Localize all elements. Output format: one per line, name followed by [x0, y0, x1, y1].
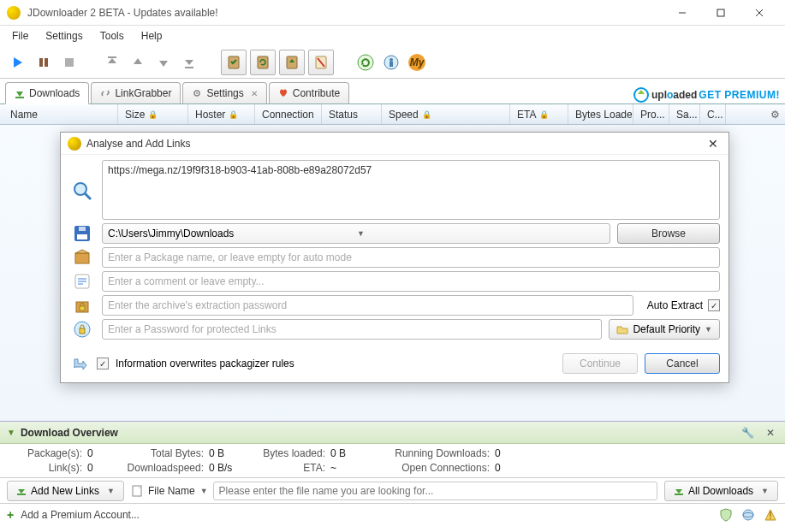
overview-close-icon[interactable]: ✕: [763, 427, 778, 439]
download-icon: [15, 88, 25, 98]
total-bytes-label: Total Bytes:: [115, 447, 209, 459]
link-password-input[interactable]: [102, 319, 602, 340]
tab-contribute[interactable]: Contribute: [269, 82, 349, 103]
col-status[interactable]: Status: [322, 104, 382, 124]
downloads-list-area: Analyse and Add Links ✕ https://mega.nz/…: [0, 125, 785, 421]
move-bottom-button[interactable]: [178, 51, 200, 74]
tab-linkgrabber[interactable]: LinkGrabber: [91, 82, 181, 103]
speed-limit-button[interactable]: [308, 50, 334, 75]
pause-button[interactable]: [33, 51, 55, 74]
stop-button[interactable]: [58, 51, 80, 74]
app-icon: [7, 6, 21, 20]
move-down-button[interactable]: [152, 51, 175, 74]
svg-marker-49: [18, 489, 25, 494]
link-lock-icon: [72, 319, 92, 340]
svg-line-34: [85, 193, 91, 199]
move-up-button[interactable]: [127, 51, 149, 74]
auto-extract-label: Auto Extract: [647, 299, 703, 311]
auto-reconnect-button[interactable]: [250, 50, 276, 75]
reconnect-button[interactable]: [380, 51, 402, 74]
status-warning-icon[interactable]: !: [763, 507, 778, 523]
all-downloads-button[interactable]: All Downloads▼: [664, 481, 778, 501]
overwrite-checkbox[interactable]: ✓: [97, 358, 109, 369]
status-shield-icon[interactable]: [718, 507, 734, 523]
auto-extract-checkbox[interactable]: ✓: [708, 299, 720, 311]
cancel-button[interactable]: Cancel: [645, 353, 720, 374]
svg-point-30: [196, 92, 198, 94]
col-eta[interactable]: ETA🔒: [510, 104, 568, 124]
menu-settings[interactable]: Settings: [37, 27, 91, 44]
columns-gear-icon[interactable]: ⚙: [764, 109, 785, 121]
links-textarea[interactable]: https://mega.nz/19f9f318-b903-41ab-808b-…: [102, 160, 720, 220]
svg-rect-38: [75, 253, 89, 263]
svg-marker-8: [108, 58, 116, 63]
priority-dropdown[interactable]: Default Priority▼: [609, 319, 720, 340]
comment-icon: [72, 271, 92, 292]
tab-strip: Downloads LinkGrabber Settings ✕ Contrib…: [0, 79, 785, 104]
svg-marker-48: [74, 359, 86, 369]
tab-settings[interactable]: Settings ✕: [182, 82, 266, 103]
overview-body: Package(s):0 Total Bytes:0 B Bytes loade…: [0, 444, 785, 477]
package-icon: [72, 247, 92, 268]
col-name[interactable]: Name: [3, 104, 118, 124]
play-button[interactable]: [7, 51, 29, 74]
minimize-button[interactable]: [663, 0, 701, 26]
menu-tools[interactable]: Tools: [92, 27, 133, 44]
myjd-button[interactable]: My: [406, 51, 428, 74]
uploaded-premium-ad[interactable]: uploaded GET PREMIUM!: [633, 86, 780, 103]
col-progress[interactable]: Pro...: [633, 104, 669, 124]
menu-file[interactable]: File: [3, 27, 37, 44]
dialog-close-button[interactable]: ✕: [705, 137, 722, 151]
packages-value: 0: [87, 447, 115, 459]
svg-rect-45: [80, 306, 85, 310]
col-speed[interactable]: Speed🔒: [382, 104, 510, 124]
menu-help[interactable]: Help: [133, 27, 171, 44]
col-connection[interactable]: Connection: [255, 104, 322, 124]
auto-update-button[interactable]: [279, 50, 305, 75]
maximize-button[interactable]: [701, 0, 740, 26]
col-c[interactable]: C...: [700, 104, 726, 124]
col-sa[interactable]: Sa...: [669, 104, 700, 124]
overview-title: Download Overview: [21, 427, 118, 439]
downloadspeed-value: 0 B/s: [209, 462, 245, 474]
bytes-loaded-label: Bytes loaded:: [245, 447, 330, 459]
status-globe-icon[interactable]: [740, 507, 756, 523]
add-premium-link[interactable]: Add a Premium Account...: [21, 509, 140, 521]
chevron-down-icon[interactable]: ▼: [200, 487, 208, 495]
info-arrow-icon: [69, 353, 90, 374]
tab-label: Contribute: [293, 87, 340, 99]
continue-button[interactable]: Continue: [562, 353, 638, 374]
col-hoster[interactable]: Hoster🔒: [188, 104, 255, 124]
overview-header[interactable]: ▼ Download Overview 🔧 ✕: [0, 422, 785, 444]
packages-label: Package(s):: [10, 447, 87, 459]
browse-button[interactable]: Browse: [617, 223, 720, 244]
svg-marker-12: [185, 60, 193, 65]
svg-marker-4: [14, 57, 22, 68]
eta-value: ~: [330, 462, 366, 474]
svg-point-20: [358, 55, 373, 70]
window-title: JDownloader 2 BETA - Updates available!: [27, 7, 663, 19]
clipboard-monitor-button[interactable]: [221, 50, 247, 75]
svg-rect-13: [185, 67, 193, 68]
comment-input[interactable]: [102, 271, 720, 292]
move-top-button[interactable]: [101, 51, 123, 74]
tab-label: Downloads: [29, 87, 80, 99]
col-bytes-loaded[interactable]: Bytes Loaded: [568, 104, 633, 124]
download-icon: [16, 486, 27, 496]
archive-password-input[interactable]: [102, 295, 633, 316]
uploaded-brand: uploaded: [651, 89, 697, 101]
filename-search-input[interactable]: [213, 482, 657, 500]
overview-settings-icon[interactable]: 🔧: [738, 427, 758, 439]
col-size[interactable]: Size🔒: [118, 104, 188, 124]
tab-close-icon[interactable]: ✕: [251, 89, 258, 98]
tab-downloads[interactable]: Downloads: [5, 82, 89, 104]
archive-lock-icon: [72, 295, 92, 316]
column-headers: Name Size🔒 Hoster🔒 Connection Status Spe…: [0, 104, 785, 125]
close-button[interactable]: [740, 0, 778, 26]
add-new-links-button[interactable]: Add New Links▼: [7, 481, 124, 501]
save-path-combo[interactable]: C:\Users\Jimmy\Downloads▼: [102, 223, 610, 244]
package-name-input[interactable]: [102, 247, 720, 268]
update-button[interactable]: [354, 51, 377, 74]
svg-text:!: !: [769, 510, 771, 522]
dialog-titlebar: Analyse and Add Links ✕: [61, 133, 729, 155]
